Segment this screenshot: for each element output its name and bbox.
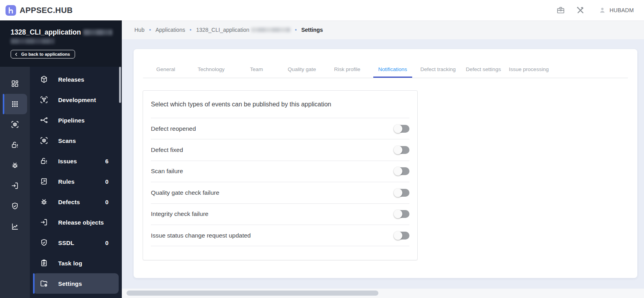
app-logo-text: APPSEC.HUB <box>20 6 73 15</box>
tab-technology[interactable]: Technology <box>189 61 234 78</box>
line-chart-icon <box>11 222 19 231</box>
tab-team[interactable]: Team <box>234 61 279 78</box>
event-row-defect-reopened: Defect reopened <box>151 118 409 139</box>
rail-item-apps-grid[interactable] <box>3 94 27 114</box>
app-logo[interactable]: APPSEC.HUB <box>6 5 73 16</box>
sidebar-header: 1328_CLI_application Go back to applicat… <box>0 20 122 67</box>
appsec-hub-logo-icon <box>6 5 16 16</box>
rail-item-unlock-alert[interactable] <box>3 135 27 155</box>
event-row-scan-failure: Scan failure <box>151 161 409 182</box>
sidebar-item-label: Release objects <box>58 219 104 226</box>
tab-defect-tracking[interactable]: Defect tracking <box>415 61 461 78</box>
sidebar-item-label: Scans <box>58 137 76 144</box>
sidebar: 1328_CLI_application Go back to applicat… <box>0 20 122 298</box>
topbar-actions: HUBADM <box>556 5 634 15</box>
sidebar-item-rules[interactable]: Rules0 <box>33 171 119 192</box>
redacted-text <box>11 38 55 44</box>
breadcrumb-item-1328-cli-application[interactable]: 1328_CLI_application <box>196 27 290 33</box>
notifications-card: Select which types of events can be publ… <box>143 90 418 260</box>
tab-defect-settings[interactable]: Defect settings <box>461 61 506 78</box>
sidebar-item-releases[interactable]: Releases <box>33 69 119 90</box>
sidebar-item-label: Defects <box>58 199 80 205</box>
task-log-icon <box>40 259 48 267</box>
tab-risk-profile[interactable]: Risk profile <box>325 61 370 78</box>
rail-item-scan-cube[interactable] <box>3 114 27 135</box>
sidebar-item-scans[interactable]: Scans <box>33 130 119 151</box>
event-label: Defect fixed <box>151 146 183 154</box>
tab-general[interactable]: General <box>143 61 189 78</box>
sidebar-item-issues[interactable]: Issues6 <box>33 151 119 171</box>
toggle-quality-gate-check-failure[interactable] <box>394 188 409 197</box>
sidebar-item-label: Releases <box>58 76 84 83</box>
redacted-text <box>251 27 290 32</box>
event-row-quality-gate-check-failure: Quality gate check failure <box>151 182 409 203</box>
exit-box-icon <box>11 181 19 190</box>
sidebar-item-task-log[interactable]: Task log <box>33 253 119 273</box>
toggle-knob <box>394 231 402 240</box>
sidebar-item-label: SSDL <box>58 239 74 246</box>
event-label: Defect reopened <box>151 125 196 132</box>
toggle-defect-reopened[interactable] <box>394 124 409 133</box>
sidebar-item-ssdl[interactable]: SSDL0 <box>33 232 119 253</box>
breadcrumb: HubApplications1328_CLI_applicationSetti… <box>122 20 644 39</box>
sidebar-item-development[interactable]: Development <box>33 90 119 110</box>
rail-item-dashboard[interactable] <box>3 73 27 94</box>
scan-cube-icon <box>11 120 19 129</box>
go-back-to-applications-button[interactable]: Go back to applications <box>11 50 75 59</box>
count-badge: 0 <box>105 199 108 205</box>
sidebar-item-label: Pipelines <box>58 117 85 124</box>
event-label: Integrity check failure <box>151 210 208 218</box>
toggle-knob <box>394 188 402 197</box>
breadcrumb-item-applications[interactable]: Applications <box>156 27 185 33</box>
bug-icon <box>11 161 19 170</box>
sidebar-item-label: Development <box>58 97 96 103</box>
dashboard-icon <box>11 79 19 88</box>
user-menu[interactable]: HUBADM <box>598 6 634 14</box>
horizontal-scrollbar <box>122 289 644 298</box>
rail-item-line-chart[interactable] <box>3 216 27 237</box>
sidebar-scrollbar-thumb[interactable] <box>119 67 121 103</box>
tab-quality-gate[interactable]: Quality gate <box>279 61 325 78</box>
horizontal-scrollbar-thumb[interactable] <box>127 291 378 296</box>
scan-cube-icon <box>40 136 48 145</box>
exit-box-icon <box>40 218 48 227</box>
tab-notifications[interactable]: Notifications <box>370 61 416 78</box>
breadcrumb-item-settings: Settings <box>301 27 323 33</box>
bug-icon <box>40 197 48 206</box>
sidebar-item-release-objects[interactable]: Release objects <box>33 212 119 232</box>
shield-check-icon <box>40 238 48 247</box>
main-content: HubApplications1328_CLI_applicationSetti… <box>122 20 644 298</box>
unlock-alert-icon <box>40 157 48 165</box>
toggle-issue-status-change-request-updated[interactable] <box>394 231 409 240</box>
rail-item-bug[interactable] <box>3 155 27 176</box>
rail-item-exit-box[interactable] <box>3 176 27 196</box>
toggle-scan-failure[interactable] <box>394 167 409 176</box>
briefcase-icon[interactable] <box>556 5 565 15</box>
redacted-text <box>83 29 112 35</box>
event-label: Quality gate check failure <box>151 189 219 196</box>
application-title: 1328_CLI_application <box>11 28 112 37</box>
toggle-integrity-check-failure[interactable] <box>394 210 409 218</box>
toggle-knob <box>394 146 402 154</box>
sidebar-item-defects[interactable]: Defects0 <box>33 192 119 212</box>
count-badge: 0 <box>105 178 108 185</box>
toggle-defect-fixed[interactable] <box>394 146 409 154</box>
sidebar-item-settings[interactable]: Settings <box>33 273 119 294</box>
pipelines-icon <box>40 116 48 124</box>
admin-tools-icon[interactable] <box>576 5 585 15</box>
section-title: Select which types of events can be publ… <box>151 91 409 118</box>
development-icon <box>40 95 48 104</box>
folder-gear-icon <box>40 279 48 288</box>
sidebar-item-pipelines[interactable]: Pipelines <box>33 110 119 130</box>
settings-panel: GeneralTechnologyTeamQuality gateRisk pr… <box>134 49 637 278</box>
rules-icon <box>40 177 48 186</box>
event-row-issue-status-change-request-updated: Issue status change request updated <box>151 225 409 246</box>
tab-issue-processing[interactable]: Issue processing <box>506 61 552 78</box>
icon-rail <box>0 67 30 298</box>
sidebar-item-label: Issues <box>58 158 77 165</box>
event-row-integrity-check-failure: Integrity check failure <box>151 204 409 225</box>
breadcrumb-item-hub[interactable]: Hub <box>134 27 145 33</box>
rail-item-shield-check[interactable] <box>3 196 27 216</box>
count-badge: 0 <box>105 239 108 246</box>
user-avatar-icon <box>598 6 606 14</box>
